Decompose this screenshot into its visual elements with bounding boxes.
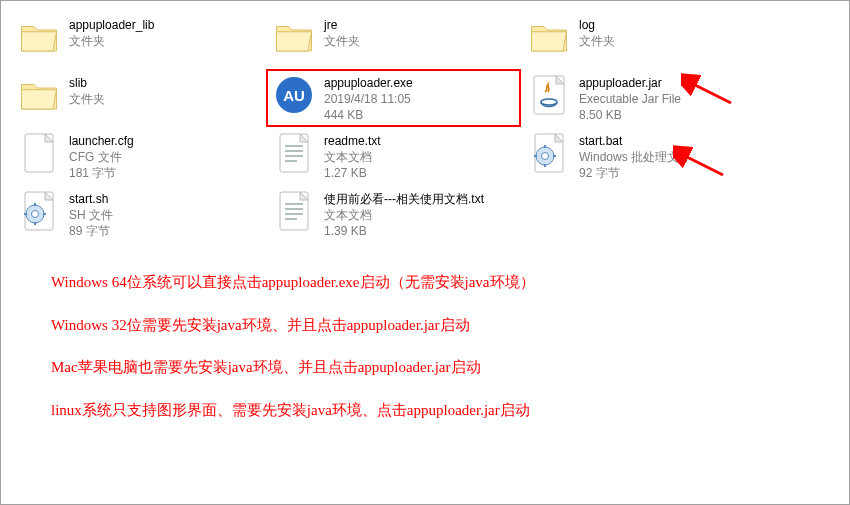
note-line-4: linux系统只支持图形界面、需要先安装java环境、点击appuploader…: [51, 399, 535, 422]
file-name: log: [579, 17, 615, 33]
file-item-appuploader_exe[interactable]: AUappuploader.exe2019/4/18 11:05444 KB: [266, 69, 521, 127]
jar-icon: [527, 73, 571, 117]
folder-icon: [17, 73, 61, 117]
file-text: log文件夹: [579, 15, 615, 49]
file-name: start.bat: [579, 133, 691, 149]
file-item-readme_txt[interactable]: readme.txt文本文档1.27 KB: [266, 127, 521, 185]
txt-icon: [272, 131, 316, 175]
file-meta-line1: 文件夹: [69, 33, 154, 49]
instructions: Windows 64位系统可以直接点击appuploader.exe启动（无需安…: [51, 271, 535, 441]
file-meta-line2: 8.50 KB: [579, 107, 681, 123]
file-name: start.sh: [69, 191, 113, 207]
file-item-start_sh[interactable]: start.shSH 文件89 字节: [11, 185, 266, 243]
file-name: slib: [69, 75, 105, 91]
file-text: appuploader.jarExecutable Jar File8.50 K…: [579, 73, 681, 124]
folder-icon: [272, 15, 316, 59]
file-meta-line1: 2019/4/18 11:05: [324, 91, 413, 107]
note-line-1: Windows 64位系统可以直接点击appuploader.exe启动（无需安…: [51, 271, 535, 294]
file-item-start_bat[interactable]: start.batWindows 批处理文件92 字节: [521, 127, 776, 185]
file-name: readme.txt: [324, 133, 381, 149]
bat-icon: [527, 131, 571, 175]
bat-icon: [17, 189, 61, 233]
file-item-jre[interactable]: jre文件夹: [266, 11, 521, 69]
svg-point-12: [542, 153, 549, 160]
file-item-appuploader_jar[interactable]: appuploader.jarExecutable Jar File8.50 K…: [521, 69, 776, 127]
svg-point-19: [32, 211, 39, 218]
file-item-slib[interactable]: slib文件夹: [11, 69, 266, 127]
file-text: appuploader.exe2019/4/18 11:05444 KB: [324, 73, 413, 124]
file-name: appuploader_lib: [69, 17, 154, 33]
file-text: appuploader_lib文件夹: [69, 15, 154, 49]
file-name: 使用前必看---相关使用文档.txt: [324, 191, 484, 207]
file-item-launcher_cfg[interactable]: launcher.cfgCFG 文件181 字节: [11, 127, 266, 185]
file-item-log[interactable]: log文件夹: [521, 11, 776, 69]
folder-icon: [527, 15, 571, 59]
file-meta-line1: 文件夹: [579, 33, 615, 49]
file-text: start.batWindows 批处理文件92 字节: [579, 131, 691, 182]
file-text: launcher.cfgCFG 文件181 字节: [69, 131, 134, 182]
file-text: readme.txt文本文档1.27 KB: [324, 131, 381, 182]
file-item-usage_doc[interactable]: 使用前必看---相关使用文档.txt文本文档1.39 KB: [266, 185, 521, 243]
file-meta-line1: 文本文档: [324, 207, 484, 223]
file-name: appuploader.exe: [324, 75, 413, 91]
txt-icon: [272, 189, 316, 233]
file-meta-line1: 文本文档: [324, 149, 381, 165]
file-name: appuploader.jar: [579, 75, 681, 91]
file-meta-line1: 文件夹: [69, 91, 105, 107]
generic-icon: [17, 131, 61, 175]
svg-text:AU: AU: [283, 87, 305, 104]
file-meta-line1: CFG 文件: [69, 149, 134, 165]
folder-icon: [17, 15, 61, 59]
file-name: jre: [324, 17, 360, 33]
file-meta-line1: Executable Jar File: [579, 91, 681, 107]
file-meta-line1: SH 文件: [69, 207, 113, 223]
file-meta-line2: 92 字节: [579, 165, 691, 181]
note-line-2: Windows 32位需要先安装java环境、并且点击appuploader.j…: [51, 314, 535, 337]
file-text: jre文件夹: [324, 15, 360, 49]
file-meta-line1: 文件夹: [324, 33, 360, 49]
file-meta-line2: 444 KB: [324, 107, 413, 123]
file-meta-line2: 89 字节: [69, 223, 113, 239]
file-text: start.shSH 文件89 字节: [69, 189, 113, 240]
file-meta-line1: Windows 批处理文件: [579, 149, 691, 165]
file-meta-line2: 1.27 KB: [324, 165, 381, 181]
file-item-appuploader_lib[interactable]: appuploader_lib文件夹: [11, 11, 266, 69]
au-icon: AU: [272, 73, 316, 117]
file-text: slib文件夹: [69, 73, 105, 107]
file-text: 使用前必看---相关使用文档.txt文本文档1.39 KB: [324, 189, 484, 240]
note-line-3: Mac苹果电脑也需要先安装java环境、并且点击appuploader.jar启…: [51, 356, 535, 379]
file-name: launcher.cfg: [69, 133, 134, 149]
file-meta-line2: 1.39 KB: [324, 223, 484, 239]
file-grid: appuploader_lib文件夹jre文件夹log文件夹slib文件夹AUa…: [1, 1, 849, 243]
file-meta-line2: 181 字节: [69, 165, 134, 181]
